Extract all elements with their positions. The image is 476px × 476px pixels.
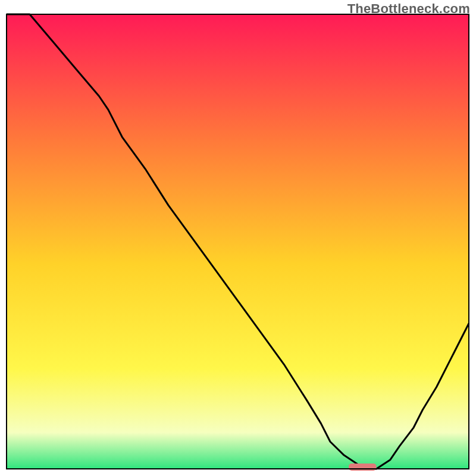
chart-container: { "watermark": "TheBottleneck.com", "col…: [0, 0, 476, 476]
watermark-text: TheBottleneck.com: [347, 1, 470, 17]
gradient-background: [7, 14, 469, 469]
bottleneck-chart: [0, 0, 476, 476]
optimal-range-marker: [349, 464, 377, 471]
